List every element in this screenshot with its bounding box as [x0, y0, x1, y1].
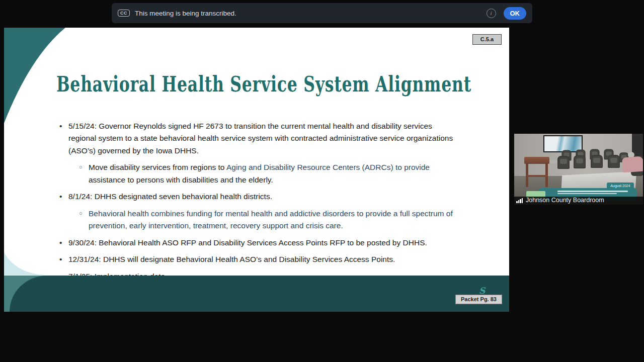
chair	[557, 156, 570, 169]
footer-band-dark	[10, 276, 509, 312]
sub-bullet-item: Behavioral health combines funding for m…	[59, 208, 457, 232]
tv-screen	[544, 136, 582, 151]
bullet-text-segment: 9/30/24: Behavioral Health ASO RFP and D…	[68, 238, 427, 247]
agenda-reference-badge: C.5.a	[472, 34, 502, 45]
caption-text-line	[557, 191, 628, 192]
signal-strength-icon	[516, 198, 523, 203]
transcription-banner: CC This meeting is being transcribed. i …	[112, 3, 532, 23]
caption-text-line	[557, 193, 617, 194]
footer-pale-curve	[4, 252, 44, 276]
chair	[608, 155, 620, 168]
ok-button[interactable]: OK	[504, 7, 527, 20]
seated-person	[622, 156, 643, 173]
info-icon[interactable]: i	[487, 9, 496, 18]
bullet-item: 5/15/24: Governor Reynolds signed HF 267…	[59, 120, 457, 157]
bullet-text-segment: 12/31/24: DHHS will designate Behavioral…	[68, 255, 395, 263]
attachment-glyph: S	[479, 286, 485, 296]
podium-shelf	[527, 175, 547, 177]
participant-name: Johnson County Boardroom	[526, 197, 604, 204]
slide-title: Behavioral Health Service System Alignme…	[56, 72, 471, 97]
slide-footer-band	[4, 276, 509, 312]
presentation-slide: C.5.a Behavioral Health Service System A…	[4, 28, 509, 312]
boardroom-video-thumbnail[interactable]: August 2024 Johnson County Boardroom	[514, 134, 643, 205]
bullet-text-segment: assistance to persons with disabilities …	[89, 175, 273, 184]
bullet-text-segment: 8/1/24: DHHS designated seven behavioral…	[68, 192, 272, 201]
bullet-item: 12/31/24: DHHS will designate Behavioral…	[59, 253, 457, 265]
chair	[574, 155, 586, 168]
bullet-text-segment: Move disability services from regions to	[89, 163, 226, 171]
video-participant-label: Johnson County Boardroom	[514, 197, 643, 205]
closed-captions-icon: CC	[118, 10, 130, 17]
sub-bullet-item: Move disability services from regions to…	[59, 161, 457, 186]
packet-page-badge: Packet Pg. 83	[455, 295, 502, 304]
bullet-item: 8/1/24: DHHS designated seven behavioral…	[59, 191, 457, 203]
bullet-text-segment: Behavioral health combines funding for m…	[89, 209, 453, 230]
bullet-text-segment: 5/15/24: Governor Reynolds signed HF 267…	[68, 122, 453, 155]
slide-bullet-list: 5/15/24: Governor Reynolds signed HF 267…	[59, 120, 457, 287]
chair	[591, 155, 603, 168]
bullet-text-segment: Aging and Disability Resource Centers (A…	[226, 163, 430, 171]
meeting-window: CC This meeting is being transcribed. i …	[0, 0, 644, 362]
bullet-item: 9/30/24: Behavioral Health ASO RFP and D…	[59, 237, 457, 249]
transcription-message: This meeting is being transcribed.	[135, 10, 236, 17]
